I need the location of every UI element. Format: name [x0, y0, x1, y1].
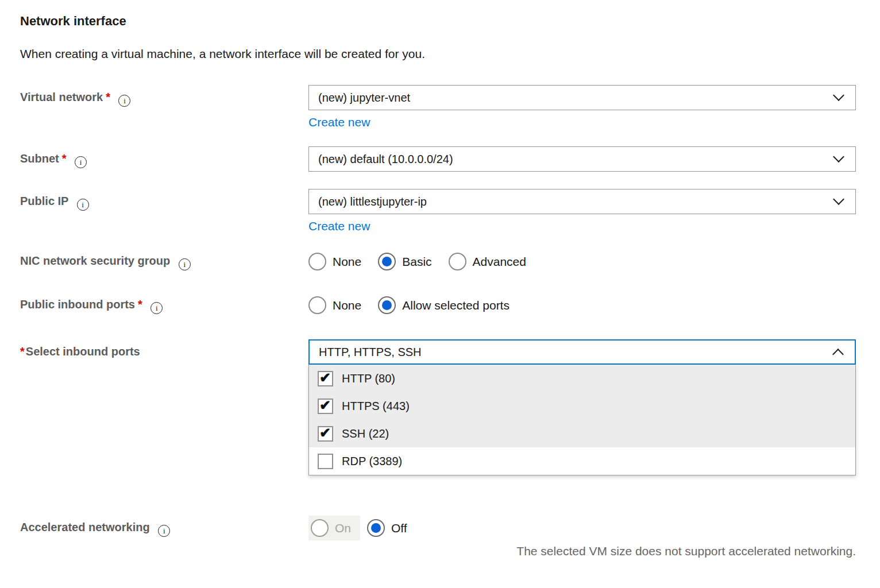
info-icon[interactable]	[77, 199, 89, 211]
subnet-label: Subnet*	[20, 146, 308, 168]
inbound-ports-dropdown-panel: HTTP (80) HTTPS (443) SSH (22) RDP (3389…	[308, 365, 856, 475]
label-text: Public inbound ports	[20, 298, 135, 311]
port-option-label: HTTP (80)	[342, 372, 395, 385]
select-inbound-ports-control: HTTP, HTTPS, SSH HTTP (80) HTTPS (443) S…	[308, 339, 856, 475]
required-asterisk: *	[138, 298, 142, 311]
required-asterisk: *	[106, 91, 110, 103]
required-asterisk: *	[20, 345, 25, 358]
create-new-vnet-link[interactable]: Create new	[308, 115, 370, 129]
subnet-select[interactable]: (new) default (10.0.0.0/24)	[308, 146, 856, 172]
nic-nsg-radio-group: None Basic Advanced	[308, 253, 856, 270]
multiselect-value: HTTP, HTTPS, SSH	[319, 346, 422, 359]
chevron-down-icon	[833, 90, 844, 101]
select-value: (new) default (10.0.0.0/24)	[318, 153, 453, 166]
required-asterisk: *	[62, 152, 67, 165]
radio-icon	[449, 253, 466, 270]
accelerated-networking-label: Accelerated networking	[20, 520, 308, 537]
inbound-ports-multiselect[interactable]: HTTP, HTTPS, SSH	[308, 339, 856, 365]
subnet-control: (new) default (10.0.0.0/24)	[308, 146, 856, 172]
radio-label: None	[333, 299, 361, 312]
virtual-network-select[interactable]: (new) jupyter-vnet	[308, 85, 856, 110]
public-ip-control: (new) littlestjupyter-ip Create new	[308, 189, 856, 233]
radio-label: None	[333, 255, 361, 269]
network-interface-form: Virtual network* (new) jupyter-vnet Crea…	[20, 85, 880, 558]
port-option-https[interactable]: HTTPS (443)	[309, 392, 855, 420]
public-ip-label: Public IP	[20, 189, 308, 211]
nic-nsg-option-none[interactable]: None	[308, 253, 361, 270]
info-icon[interactable]	[179, 258, 191, 270]
field-row-nic-nsg: NIC network security group None Basic Ad…	[20, 253, 880, 270]
page-title: Network interface	[20, 14, 880, 29]
port-option-rdp[interactable]: RDP (3389)	[309, 447, 855, 475]
virtual-network-control: (new) jupyter-vnet Create new	[308, 85, 856, 129]
radio-label: On	[335, 521, 351, 535]
label-text: Select inbound ports	[26, 345, 140, 358]
field-row-public-ip: Public IP (new) littlestjupyter-ip Creat…	[20, 189, 880, 233]
checkbox-icon	[318, 454, 333, 469]
nic-nsg-label: NIC network security group	[20, 253, 308, 270]
inbound-option-allow-selected[interactable]: Allow selected ports	[378, 296, 510, 314]
radio-icon	[308, 296, 326, 314]
checkbox-icon	[318, 399, 333, 414]
chevron-down-icon	[833, 194, 844, 205]
port-option-ssh[interactable]: SSH (22)	[309, 420, 855, 447]
chevron-down-icon	[833, 151, 844, 163]
label-text: Accelerated networking	[20, 521, 150, 533]
label-text: Subnet	[20, 152, 59, 165]
info-icon[interactable]	[150, 302, 163, 314]
port-option-http[interactable]: HTTP (80)	[309, 365, 855, 392]
port-option-label: SSH (22)	[342, 427, 389, 440]
label-text: Public IP	[20, 195, 68, 207]
label-text: NIC network security group	[20, 254, 170, 267]
field-row-select-inbound-ports: *Select inbound ports HTTP, HTTPS, SSH H…	[20, 339, 880, 475]
field-row-subnet: Subnet* (new) default (10.0.0.0/24)	[20, 146, 880, 172]
public-ip-select[interactable]: (new) littlestjupyter-ip	[308, 189, 856, 214]
info-icon[interactable]	[118, 95, 130, 107]
checkbox-icon	[318, 371, 333, 386]
radio-icon	[378, 253, 396, 270]
accelerated-option-off[interactable]: Off	[367, 519, 407, 537]
chevron-up-icon	[832, 349, 844, 360]
network-interface-section: Network interface When creating a virtua…	[0, 0, 880, 558]
info-icon[interactable]	[75, 156, 87, 168]
radio-icon	[308, 253, 326, 270]
select-inbound-ports-label: *Select inbound ports	[20, 339, 308, 359]
accelerated-networking-note-row: The selected VM size does not support ac…	[20, 540, 880, 558]
radio-icon	[311, 519, 329, 537]
info-icon[interactable]	[158, 525, 170, 537]
field-row-public-inbound-ports: Public inbound ports* None Allow selecte…	[20, 296, 880, 314]
port-option-label: HTTPS (443)	[342, 400, 410, 413]
create-new-public-ip-link[interactable]: Create new	[308, 219, 370, 233]
public-inbound-ports-label: Public inbound ports*	[20, 297, 308, 314]
checkbox-icon	[318, 426, 333, 442]
radio-icon	[378, 296, 396, 314]
inbound-option-none[interactable]: None	[308, 296, 361, 314]
select-value: (new) jupyter-vnet	[318, 91, 410, 105]
port-option-label: RDP (3389)	[342, 455, 402, 468]
field-row-virtual-network: Virtual network* (new) jupyter-vnet Crea…	[20, 85, 880, 129]
public-inbound-ports-radio-group: None Allow selected ports	[308, 296, 856, 314]
radio-label: Basic	[402, 255, 431, 269]
label-text: Virtual network	[20, 91, 103, 103]
accelerated-option-on: On	[308, 516, 360, 540]
radio-label: Allow selected ports	[402, 299, 510, 312]
accelerated-networking-radio-group: On Off	[308, 516, 856, 540]
radio-icon	[367, 519, 385, 537]
field-row-accelerated-networking: Accelerated networking On Off	[20, 516, 880, 540]
nic-nsg-option-basic[interactable]: Basic	[378, 253, 431, 270]
select-value: (new) littlestjupyter-ip	[318, 195, 427, 208]
radio-label: Advanced	[473, 255, 526, 269]
accelerated-networking-note: The selected VM size does not support ac…	[308, 544, 856, 558]
virtual-network-label: Virtual network*	[20, 85, 308, 107]
radio-label: Off	[391, 521, 407, 535]
empty-label-spacer	[20, 540, 308, 545]
page-description: When creating a virtual machine, a netwo…	[20, 47, 880, 61]
nic-nsg-option-advanced[interactable]: Advanced	[449, 253, 526, 270]
